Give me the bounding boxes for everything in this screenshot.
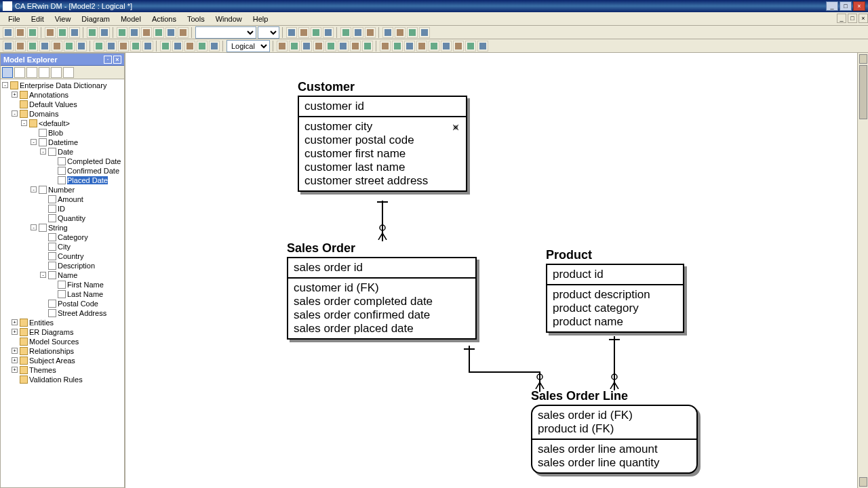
- toolbar-button[interactable]: [15, 27, 26, 38]
- tree-node[interactable]: Datetime: [48, 138, 78, 146]
- tree-node[interactable]: Relationships: [29, 347, 74, 355]
- toolbar-button[interactable]: [141, 27, 152, 38]
- toolbar-button[interactable]: [117, 27, 127, 38]
- font-select[interactable]: [195, 26, 256, 39]
- toolbar-button[interactable]: [99, 27, 110, 38]
- tree-node[interactable]: Description: [58, 262, 95, 270]
- tree-node[interactable]: Annotations: [29, 91, 68, 99]
- toolbar-button[interactable]: [45, 27, 56, 38]
- entity-product[interactable]: Product product id product description p…: [546, 248, 684, 333]
- toolbar-button[interactable]: [142, 41, 153, 52]
- tree-toggle[interactable]: -: [31, 139, 37, 145]
- tree-node[interactable]: Blob: [48, 129, 63, 137]
- toolbar-button[interactable]: [94, 41, 104, 52]
- tree-node[interactable]: ER Diagrams: [29, 328, 73, 336]
- tree-node[interactable]: Model Sources: [29, 338, 79, 346]
- toolbar-button[interactable]: [118, 41, 129, 52]
- tree-node[interactable]: Number: [48, 186, 75, 194]
- toolbar-button[interactable]: [453, 41, 464, 52]
- explorer-tab[interactable]: [26, 67, 37, 78]
- tree-node[interactable]: ID: [58, 205, 65, 213]
- tree-node[interactable]: Country: [58, 252, 84, 260]
- toolbar-button[interactable]: [57, 27, 68, 38]
- tree-node[interactable]: Name: [58, 271, 77, 279]
- tree-toggle[interactable]: +: [12, 319, 18, 325]
- minimize-button[interactable]: _: [826, 1, 838, 11]
- tree-node[interactable]: Completed Date: [67, 157, 121, 165]
- toolbar-button[interactable]: [419, 27, 430, 38]
- tree-toggle[interactable]: +: [12, 357, 18, 363]
- toolbar-button[interactable]: [289, 41, 300, 52]
- explorer-close-icon[interactable]: ×: [113, 56, 121, 64]
- menu-file[interactable]: File: [3, 14, 26, 24]
- explorer-tab[interactable]: [39, 67, 50, 78]
- menu-actions[interactable]: Actions: [146, 14, 182, 24]
- toolbar-button[interactable]: [298, 27, 309, 38]
- toolbar-button[interactable]: [277, 41, 288, 52]
- toolbar-button[interactable]: [326, 41, 336, 52]
- toolbar-button[interactable]: [350, 41, 361, 52]
- tree-node[interactable]: Amount: [58, 195, 83, 203]
- vertical-scrollbar[interactable]: [857, 53, 868, 488]
- menu-window[interactable]: Window: [210, 14, 248, 24]
- explorer-tab[interactable]: [63, 67, 74, 78]
- scroll-up-icon[interactable]: [859, 54, 867, 64]
- toolbar-button[interactable]: [416, 41, 427, 52]
- toolbar-button[interactable]: [153, 27, 164, 38]
- entity-sales-order-line[interactable]: Sales Order Line sales order id (FK) pro…: [531, 389, 698, 474]
- toolbar-button[interactable]: [313, 41, 324, 52]
- tree-toggle[interactable]: -: [12, 110, 18, 117]
- tree-node[interactable]: Themes: [29, 366, 56, 374]
- toolbar-button[interactable]: [39, 41, 50, 52]
- tree-node[interactable]: Category: [58, 233, 88, 241]
- tree-node[interactable]: <default>: [39, 119, 70, 127]
- tree-node[interactable]: City: [58, 243, 71, 251]
- menu-tools[interactable]: Tools: [182, 14, 210, 24]
- toolbar-button[interactable]: [477, 41, 488, 52]
- toolbar-button[interactable]: [130, 41, 141, 52]
- toolbar-button[interactable]: [87, 27, 98, 38]
- toolbar-button[interactable]: [52, 41, 62, 52]
- mdi-close-button[interactable]: ×: [859, 14, 868, 23]
- toolbar-button[interactable]: [76, 41, 87, 52]
- menu-edit[interactable]: Edit: [26, 14, 50, 24]
- tree-node-selected[interactable]: Placed Date: [67, 176, 108, 184]
- toolbar-button[interactable]: [362, 41, 373, 52]
- scroll-down-icon[interactable]: [859, 477, 867, 487]
- toolbar-button[interactable]: [338, 41, 349, 52]
- toolbar-button[interactable]: [286, 27, 297, 38]
- toolbar-button[interactable]: [311, 27, 321, 38]
- tree-node[interactable]: Date: [58, 148, 73, 156]
- mdi-minimize-button[interactable]: _: [837, 14, 846, 23]
- toolbar-button[interactable]: [404, 41, 415, 52]
- toolbar-button[interactable]: [172, 41, 183, 52]
- tree-node[interactable]: String: [48, 224, 68, 232]
- tree-node[interactable]: Confirmed Date: [67, 167, 119, 175]
- toolbar-button[interactable]: [184, 41, 195, 52]
- toolbar-button[interactable]: [129, 27, 140, 38]
- toolbar-button[interactable]: [353, 27, 363, 38]
- explorer-tab[interactable]: [2, 67, 13, 78]
- toolbar-button[interactable]: [429, 41, 439, 52]
- toolbar-button[interactable]: [27, 27, 38, 38]
- toolbar-button[interactable]: [15, 41, 26, 52]
- tree-toggle[interactable]: -: [2, 82, 8, 88]
- tree-toggle[interactable]: -: [31, 186, 37, 192]
- menu-model[interactable]: Model: [115, 14, 146, 24]
- toolbar-button[interactable]: [380, 41, 391, 52]
- tree-node[interactable]: Last Name: [67, 290, 103, 298]
- toolbar-button[interactable]: [465, 41, 476, 52]
- toolbar-button[interactable]: [3, 27, 14, 38]
- entity-customer[interactable]: Customer customer id customer city custo…: [298, 80, 467, 192]
- close-button[interactable]: ×: [853, 1, 865, 11]
- toolbar-button[interactable]: [395, 27, 406, 38]
- tree-node[interactable]: Validation Rules: [29, 375, 83, 384]
- toolbar-button[interactable]: [323, 27, 334, 38]
- tree-node[interactable]: Street Address: [58, 309, 106, 317]
- explorer-pin-icon[interactable]: ·: [104, 56, 112, 64]
- tree-toggle[interactable]: +: [12, 348, 18, 354]
- tree-toggle[interactable]: -: [40, 148, 46, 155]
- mdi-restore-button[interactable]: □: [848, 14, 857, 23]
- toolbar-button[interactable]: [392, 41, 403, 52]
- toolbar-button[interactable]: [209, 41, 220, 52]
